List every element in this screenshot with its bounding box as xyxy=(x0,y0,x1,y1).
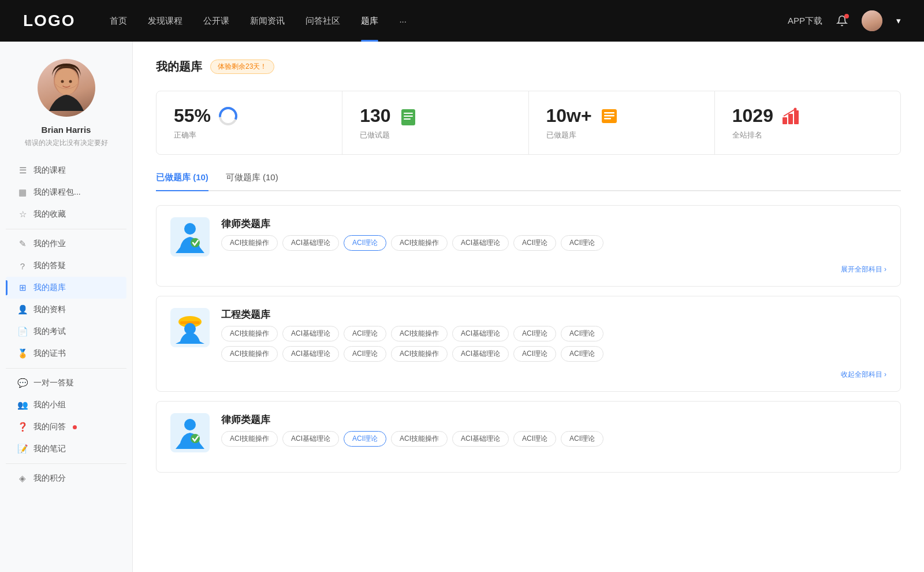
sidebar-item-notes[interactable]: 📝 我的笔记 xyxy=(6,438,126,460)
expand-link-1[interactable]: 展开全部科目 › xyxy=(170,265,886,274)
expand-link-2[interactable]: 收起全部科目 › xyxy=(170,370,886,380)
qbank-title-2: 工程类题库 xyxy=(221,308,886,321)
page-header: 我的题库 体验剩余23天！ xyxy=(156,59,901,75)
nav-more[interactable]: ··· xyxy=(399,16,407,26)
stats-row: 55% 正确率 130 xyxy=(156,91,901,155)
sidebar-item-favorites[interactable]: ☆ 我的收藏 xyxy=(6,203,126,225)
stat-label-accuracy: 正确率 xyxy=(174,130,325,140)
nav-qbank[interactable]: 题库 xyxy=(361,16,378,27)
tag-2-1[interactable]: ACI基础理论 xyxy=(282,326,339,341)
tab-available[interactable]: 可做题库 (10) xyxy=(226,172,278,190)
stat-accuracy: 55% 正确率 xyxy=(157,91,342,154)
sidebar-item-exam[interactable]: 📄 我的考试 xyxy=(6,321,126,343)
tag-2-10[interactable]: ACI技能操作 xyxy=(391,346,448,362)
main-content: 我的题库 体验剩余23天！ 55% 正确率 xyxy=(133,42,924,572)
tag-2-2[interactable]: ACI理论 xyxy=(344,326,386,341)
svg-rect-13 xyxy=(604,115,614,117)
qbank-card-engineer: 工程类题库 ACI技能操作 ACI基础理论 ACI理论 ACI技能操作 ACI基… xyxy=(156,296,901,392)
tag-2-9[interactable]: ACI理论 xyxy=(344,346,386,362)
tag-2-4[interactable]: ACI基础理论 xyxy=(452,326,509,341)
nav-opencourse[interactable]: 公开课 xyxy=(203,16,229,27)
tag-3-5[interactable]: ACI理论 xyxy=(513,431,556,447)
sidebar-item-course[interactable]: ☰ 我的课程 xyxy=(6,159,126,181)
tag-1-2[interactable]: ACI理论 xyxy=(344,235,386,251)
tag-1-4[interactable]: ACI基础理论 xyxy=(452,235,509,251)
tag-3-1[interactable]: ACI基础理论 xyxy=(282,431,339,447)
svg-rect-9 xyxy=(404,116,413,117)
qbank-info-1: 律师类题库 ACI技能操作 ACI基础理论 ACI理论 ACI技能操作 ACI基… xyxy=(221,217,886,251)
tag-2-8[interactable]: ACI基础理论 xyxy=(282,346,339,362)
app-download-button[interactable]: APP下载 xyxy=(788,16,822,27)
sidebar-item-points[interactable]: ◈ 我的积分 xyxy=(6,467,126,489)
sidebar-item-qbank[interactable]: ⊞ 我的题库 xyxy=(6,277,126,299)
notification-bell[interactable] xyxy=(834,13,850,29)
svg-rect-7 xyxy=(401,109,415,125)
stat-top-questions: 130 xyxy=(360,105,511,127)
tab-done[interactable]: 已做题库 (10) xyxy=(156,172,208,190)
user-chevron-icon[interactable]: ▾ xyxy=(896,16,901,26)
sidebar-item-myqa[interactable]: ❓ 我的问答 xyxy=(6,416,126,438)
stat-label-banks: 已做题库 xyxy=(546,130,697,140)
tag-2-3[interactable]: ACI技能操作 xyxy=(391,326,448,341)
tag-3-4[interactable]: ACI基础理论 xyxy=(452,431,509,447)
sidebar-item-homework[interactable]: ✎ 我的作业 xyxy=(6,233,126,255)
tag-1-5[interactable]: ACI理论 xyxy=(513,235,556,251)
question-icon: ? xyxy=(17,261,28,271)
sidebar-item-qa-mine[interactable]: ? 我的答疑 xyxy=(6,255,126,277)
grid-icon: ⊞ xyxy=(17,283,28,293)
sidebar-item-coursepack[interactable]: ▦ 我的课程包... xyxy=(6,181,126,203)
nav-news[interactable]: 新闻资讯 xyxy=(250,16,285,27)
stat-value-accuracy: 55% xyxy=(174,105,211,127)
svg-rect-12 xyxy=(604,112,614,114)
nav-menu: 首页 发现课程 公开课 新闻资讯 问答社区 题库 ··· xyxy=(110,16,788,27)
tag-3-6[interactable]: ACI理论 xyxy=(561,431,603,447)
tag-2-11[interactable]: ACI基础理论 xyxy=(452,346,509,362)
nav-discover[interactable]: 发现课程 xyxy=(148,16,182,27)
group-icon: 👥 xyxy=(17,400,28,410)
svg-point-2 xyxy=(56,72,77,95)
qbank-card-lawyer-1: 律师类题库 ACI技能操作 ACI基础理论 ACI理论 ACI技能操作 ACI基… xyxy=(156,205,901,287)
tag-1-3[interactable]: ACI技能操作 xyxy=(391,235,448,251)
stat-questions-done: 130 已做试题 xyxy=(342,91,528,154)
qbank-title-1: 律师类题库 xyxy=(221,217,886,231)
tag-2-6[interactable]: ACI理论 xyxy=(561,326,603,341)
stat-top-rank: 1029 xyxy=(732,105,883,127)
sidebar-item-cert[interactable]: 🏅 我的证书 xyxy=(6,343,126,365)
tag-2-5[interactable]: ACI理论 xyxy=(513,326,556,341)
stat-top-accuracy: 55% xyxy=(174,105,325,127)
svg-rect-16 xyxy=(788,114,793,124)
tag-3-2[interactable]: ACI理论 xyxy=(344,431,386,447)
svg-rect-17 xyxy=(794,110,799,124)
qbank-tags-1: ACI技能操作 ACI基础理论 ACI理论 ACI技能操作 ACI基础理论 AC… xyxy=(221,235,886,251)
nav-qa[interactable]: 问答社区 xyxy=(305,16,340,27)
sidebar-item-group[interactable]: 👥 我的小组 xyxy=(6,394,126,416)
tag-1-6[interactable]: ACI理论 xyxy=(561,235,603,251)
doc-icon: 📄 xyxy=(17,326,28,337)
tag-1-0[interactable]: ACI技能操作 xyxy=(221,235,278,251)
tag-2-0[interactable]: ACI技能操作 xyxy=(221,326,278,341)
sidebar: Brian Harris 错误的决定比没有决定要好 ☰ 我的课程 ▦ 我的课程包… xyxy=(0,42,133,572)
tag-2-13[interactable]: ACI理论 xyxy=(561,346,603,362)
svg-point-24 xyxy=(184,419,196,430)
chat-icon: 💬 xyxy=(17,378,28,388)
sidebar-divider-2 xyxy=(6,368,126,369)
tag-1-1[interactable]: ACI基础理论 xyxy=(282,235,339,251)
tag-3-0[interactable]: ACI技能操作 xyxy=(221,431,278,447)
stat-value-questions: 130 xyxy=(360,105,390,127)
sidebar-avatar xyxy=(38,59,95,117)
sidebar-item-1on1[interactable]: 💬 一对一答疑 xyxy=(6,372,126,394)
nav-home[interactable]: 首页 xyxy=(110,16,127,27)
tag-3-3[interactable]: ACI技能操作 xyxy=(391,431,448,447)
note-icon: 📝 xyxy=(17,444,28,454)
avatar[interactable] xyxy=(862,10,882,31)
qbank-info-3: 律师类题库 ACI技能操作 ACI基础理论 ACI理论 ACI技能操作 ACI基… xyxy=(221,413,886,447)
qbank-header-1: 律师类题库 ACI技能操作 ACI基础理论 ACI理论 ACI技能操作 ACI基… xyxy=(170,217,886,257)
svg-point-4 xyxy=(69,80,72,83)
tag-2-12[interactable]: ACI理论 xyxy=(513,346,556,362)
sidebar-item-profile[interactable]: 👤 我的资料 xyxy=(6,299,126,321)
logo[interactable]: LOGO xyxy=(23,12,75,30)
score-icon: ◈ xyxy=(17,473,28,484)
tag-2-7[interactable]: ACI技能操作 xyxy=(221,346,278,362)
svg-rect-10 xyxy=(404,118,411,120)
stat-label-rank: 全站排名 xyxy=(732,130,883,140)
